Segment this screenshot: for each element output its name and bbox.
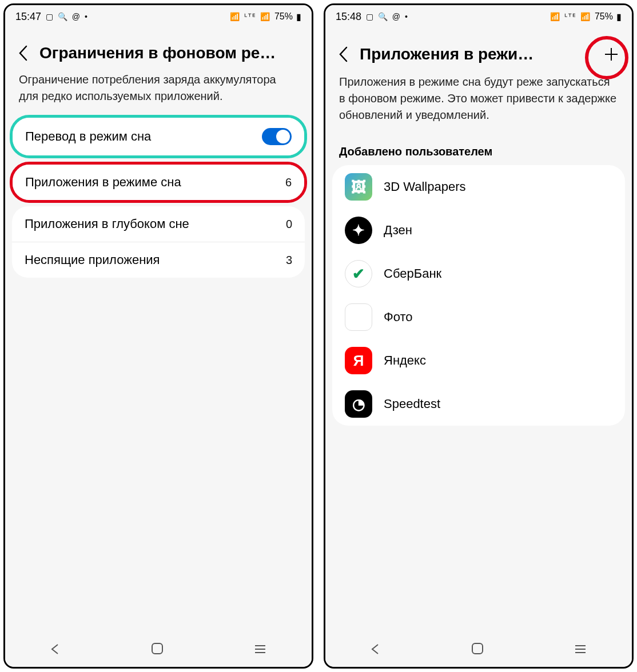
nav-home[interactable] <box>150 642 164 659</box>
app-row[interactable]: ✦Дзен <box>332 209 625 252</box>
app-name: Фото <box>384 310 413 325</box>
nav-back[interactable] <box>50 642 61 658</box>
status-icons-right: 📶 ᴸᵀᴱ 📶 <box>550 12 591 21</box>
status-bar: 15:47 ▢ 🔍 @ • 📶 ᴸᵀᴱ 📶 75% ▮ <box>5 5 312 28</box>
app-row[interactable]: 🖼3D Wallpapers <box>332 165 625 209</box>
content: Ограничение потребления заряда аккумулят… <box>5 68 312 667</box>
app-list-card: 🖼3D Wallpapers✦Дзен✔СберБанк✿ФотоЯЯндекс… <box>332 165 625 426</box>
highlight-circle-red <box>585 36 628 79</box>
nav-recents[interactable] <box>253 642 267 658</box>
phone-right: 15:48 ▢ 🔍 @ • 📶 ᴸᵀᴱ 📶 75% ▮ Приложения в… <box>324 3 634 669</box>
row-label: Приложения в глубоком сне <box>25 217 286 231</box>
row-label: Приложения в режиме сна <box>25 175 285 190</box>
highlight-red: Приложения в режиме сна 6 <box>10 162 307 203</box>
status-icons-left: ▢ 🔍 @ • <box>46 12 89 21</box>
row-label: Перевод в режим сна <box>25 129 262 144</box>
titlebar: Ограничения в фоновом ре… <box>5 28 312 68</box>
app-name: 3D Wallpapers <box>384 179 465 194</box>
dzen-icon: ✦ <box>345 217 372 244</box>
nav-recents[interactable] <box>574 642 587 658</box>
battery-icon: ▮ <box>296 11 301 22</box>
row-label: Неспящие приложения <box>25 253 286 267</box>
status-time: 15:47 <box>15 11 41 23</box>
nav-bar <box>325 634 632 667</box>
svg-rect-6 <box>472 643 483 654</box>
status-icons-right: 📶 ᴸᵀᴱ 📶 <box>230 12 271 21</box>
highlight-teal: Перевод в режим сна <box>10 115 307 158</box>
page-title: Ограничения в фоновом ре… <box>39 44 301 62</box>
sber-icon: ✔ <box>345 260 372 287</box>
app-name: Яндекс <box>384 353 426 368</box>
wallpapers-icon: 🖼 <box>345 173 372 201</box>
page-title: Приложения в режи… <box>360 45 593 63</box>
status-battery: 75% <box>595 11 613 22</box>
row-deep-sleep[interactable]: Приложения в глубоком сне 0 <box>12 206 305 242</box>
row-value: 3 <box>286 254 292 267</box>
section-header: Добавлено пользователем <box>325 134 632 165</box>
nav-home[interactable] <box>471 642 484 659</box>
app-row[interactable]: ✔СберБанк <box>332 252 625 295</box>
svg-rect-0 <box>152 643 162 654</box>
back-button[interactable] <box>15 45 31 61</box>
status-icons-left: ▢ 🔍 @ • <box>366 12 409 21</box>
status-time: 15:48 <box>336 11 361 23</box>
app-row[interactable]: ◔Speedtest <box>332 382 625 426</box>
yandex-icon: Я <box>345 347 372 374</box>
app-row[interactable]: ЯЯндекс <box>332 339 625 382</box>
content: Приложения в режиме сна будут реже запус… <box>325 70 632 667</box>
status-battery: 75% <box>274 11 293 22</box>
toggle-switch[interactable] <box>262 128 292 145</box>
status-bar: 15:48 ▢ 🔍 @ • 📶 ᴸᵀᴱ 📶 75% ▮ <box>325 5 632 28</box>
row-sleep-toggle[interactable]: Перевод в режим сна <box>13 118 304 155</box>
phone-left: 15:47 ▢ 🔍 @ • 📶 ᴸᵀᴱ 📶 75% ▮ Ограничения … <box>3 3 313 669</box>
titlebar: Приложения в режи… <box>325 28 632 70</box>
row-never-sleep[interactable]: Неспящие приложения 3 <box>12 242 305 278</box>
page-description: Приложения в режиме сна будут реже запус… <box>325 70 632 134</box>
back-button[interactable] <box>336 46 352 62</box>
battery-icon: ▮ <box>616 11 622 22</box>
photo-icon: ✿ <box>345 303 372 331</box>
settings-card: Приложения в глубоком сне 0 Неспящие при… <box>12 206 305 278</box>
nav-bar <box>5 634 312 667</box>
page-description: Ограничение потребления заряда аккумулят… <box>5 68 312 115</box>
speedtest-icon: ◔ <box>345 390 372 418</box>
app-row[interactable]: ✿Фото <box>332 295 625 339</box>
app-name: Дзен <box>384 223 412 238</box>
row-value: 6 <box>285 176 292 189</box>
app-name: Speedtest <box>384 397 440 411</box>
nav-back[interactable] <box>370 642 381 658</box>
row-value: 0 <box>286 218 292 231</box>
row-sleeping-apps[interactable]: Приложения в режиме сна 6 <box>13 165 304 200</box>
app-name: СберБанк <box>384 266 441 281</box>
